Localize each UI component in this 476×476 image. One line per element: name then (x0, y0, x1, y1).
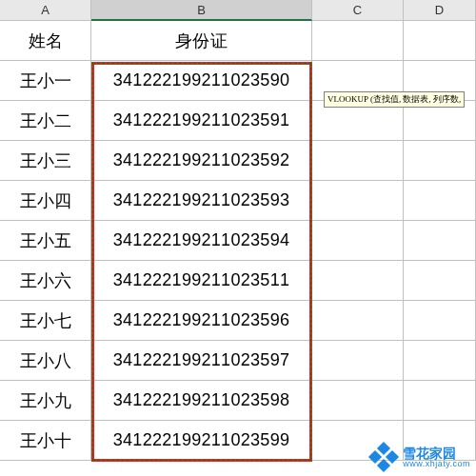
empty-cell[interactable] (312, 381, 404, 421)
name-cell[interactable]: 王小二 (0, 101, 91, 141)
table-row: 王小五 341222199211023594 (0, 221, 476, 261)
empty-cell[interactable] (404, 181, 476, 221)
table-row: 王小九 341222199211023598 (0, 381, 476, 421)
empty-cell[interactable] (404, 381, 476, 421)
name-cell[interactable]: 王小九 (0, 381, 91, 421)
table-row: 王小六 341222199211023511 (0, 261, 476, 301)
formula-tooltip: VLOOKUP (查找值, 数据表, 列序数, (324, 91, 465, 108)
empty-cell[interactable] (404, 141, 476, 181)
cell-d1[interactable] (404, 21, 476, 61)
header-row: 姓名 身份证 (0, 21, 476, 61)
col-header-c[interactable]: C (312, 0, 404, 21)
id-cell[interactable]: 341222199211023596 (91, 301, 312, 341)
col-header-a[interactable]: A (0, 0, 91, 21)
empty-cell[interactable] (312, 181, 404, 221)
cell-a1[interactable]: 姓名 (0, 21, 91, 61)
table-row: 王小四 341222199211023593 (0, 181, 476, 221)
id-cell[interactable]: 341222199211023511 (91, 261, 312, 301)
name-cell[interactable]: 王小四 (0, 181, 91, 221)
watermark: 雪花家园 www.xhjaty.com (370, 444, 470, 470)
cell-c1[interactable] (312, 21, 404, 61)
empty-cell[interactable] (404, 261, 476, 301)
id-cell[interactable]: 341222199211023592 (91, 141, 312, 181)
empty-cell[interactable] (404, 301, 476, 341)
empty-cell[interactable] (404, 341, 476, 381)
empty-cell[interactable] (312, 141, 404, 181)
name-cell[interactable]: 王小六 (0, 261, 91, 301)
table-row: 王小七 341222199211023596 (0, 301, 476, 341)
id-cell[interactable]: 341222199211023598 (91, 381, 312, 421)
empty-cell[interactable] (312, 341, 404, 381)
empty-cell[interactable] (312, 261, 404, 301)
table-row: 王小八 341222199211023597 (0, 341, 476, 381)
watermark-url: www.xhjaty.com (403, 460, 470, 468)
id-cell[interactable]: 341222199211023594 (91, 221, 312, 261)
spreadsheet-grid[interactable]: 姓名 身份证 王小一 341222199211023590 王小二 341222… (0, 21, 476, 461)
table-row: 王小三 341222199211023592 (0, 141, 476, 181)
cell-b1[interactable]: 身份证 (91, 21, 312, 61)
watermark-name: 雪花家园 (403, 446, 470, 460)
name-cell[interactable]: 王小七 (0, 301, 91, 341)
id-cell[interactable]: 341222199211023591 (91, 101, 312, 141)
empty-cell[interactable] (404, 221, 476, 261)
name-cell[interactable]: 王小十 (0, 421, 91, 461)
column-headers: A B C D (0, 0, 476, 21)
id-cell[interactable]: 341222199211023599 (91, 421, 312, 461)
empty-cell[interactable] (312, 301, 404, 341)
name-cell[interactable]: 王小三 (0, 141, 91, 181)
col-header-d[interactable]: D (404, 0, 476, 21)
id-cell[interactable]: 341222199211023590 (91, 61, 312, 101)
id-cell[interactable]: 341222199211023593 (91, 181, 312, 221)
snowflake-icon (370, 444, 397, 470)
col-header-b[interactable]: B (91, 0, 312, 21)
name-cell[interactable]: 王小一 (0, 61, 91, 101)
id-cell[interactable]: 341222199211023597 (91, 341, 312, 381)
name-cell[interactable]: 王小八 (0, 341, 91, 381)
empty-cell[interactable] (312, 221, 404, 261)
name-cell[interactable]: 王小五 (0, 221, 91, 261)
